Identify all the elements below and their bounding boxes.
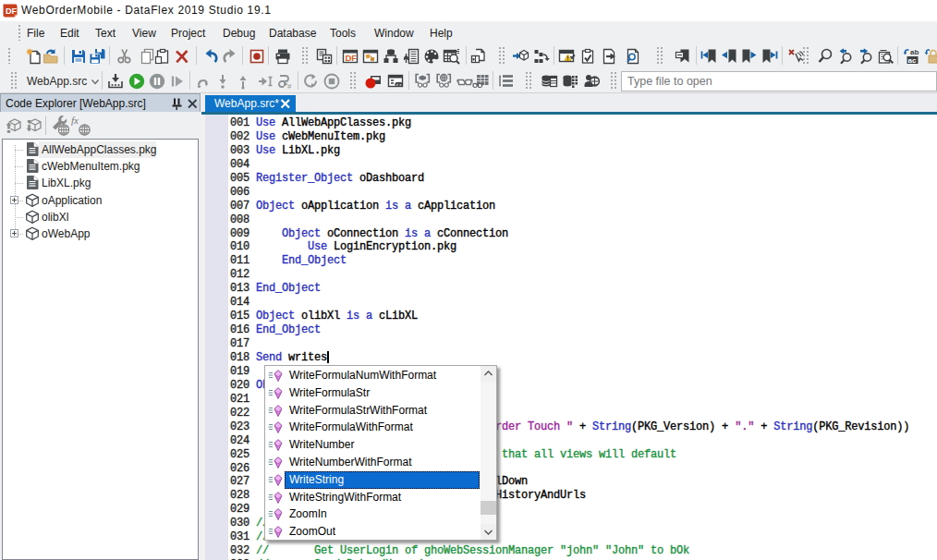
svg-text:ac: ac <box>908 56 917 65</box>
svg-text:DF: DF <box>6 6 17 16</box>
svg-text:fx: fx <box>71 116 79 126</box>
svg-text:#: # <box>287 82 292 90</box>
svg-text:DF: DF <box>346 53 358 63</box>
svg-text:ab: ab <box>910 48 919 56</box>
